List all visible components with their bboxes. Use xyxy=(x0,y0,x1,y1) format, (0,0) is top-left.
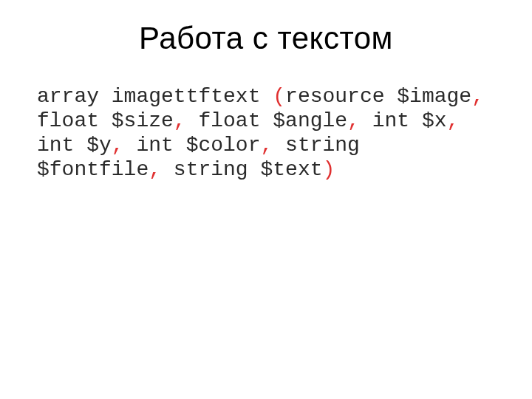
comma-icon: , xyxy=(347,109,360,132)
slide-title: Работа с текстом xyxy=(37,21,495,56)
code-text: float $angle xyxy=(186,109,347,132)
comma-icon: , xyxy=(174,109,186,132)
comma-icon: , xyxy=(260,134,273,157)
comma-icon: , xyxy=(149,158,161,181)
code-text: int $color xyxy=(124,134,261,157)
slide-container: Работа с текстом array imagettftext (res… xyxy=(0,0,532,399)
code-text: array imagettftext xyxy=(37,85,273,108)
comma-icon: , xyxy=(447,109,460,132)
comma-icon: , xyxy=(112,134,124,157)
code-text: resource $image xyxy=(285,85,471,108)
code-signature: array imagettftext (resource $image, flo… xyxy=(37,84,495,182)
comma-icon: , xyxy=(471,85,484,108)
code-text: string $text xyxy=(161,158,322,181)
paren-open-icon: ( xyxy=(273,85,285,108)
paren-close-icon: ) xyxy=(322,158,335,181)
code-text: int $x xyxy=(360,109,447,132)
